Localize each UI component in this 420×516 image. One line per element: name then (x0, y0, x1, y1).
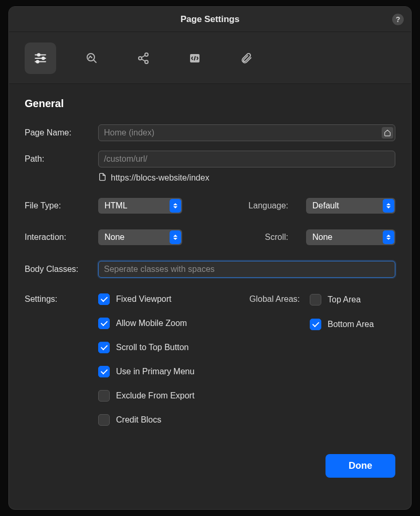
checkbox-fixed-viewport[interactable] (98, 293, 110, 305)
paperclip-icon (240, 52, 253, 65)
svg-line-11 (142, 56, 145, 58)
svg-point-3 (42, 57, 44, 59)
checkbox-credit-blocs[interactable] (98, 414, 110, 426)
label-settings: Settings: (25, 293, 98, 304)
label-top-area: Top Area (328, 295, 361, 304)
label-body-classes: Body Classes: (25, 265, 98, 274)
label-allow-mobile-zoom: Allow Mobile Zoom (116, 319, 187, 328)
checkbox-allow-mobile-zoom[interactable] (98, 318, 110, 329)
svg-point-1 (38, 54, 40, 56)
checkbox-bottom-area[interactable] (310, 319, 321, 330)
tab-social[interactable] (128, 43, 159, 74)
tab-attachments[interactable] (230, 43, 262, 74)
svg-line-7 (93, 60, 96, 62)
interaction-select[interactable]: None (98, 229, 182, 245)
help-button[interactable]: ? (392, 14, 404, 25)
chevron-updown-icon (383, 230, 394, 244)
label-interaction: Interaction: (25, 233, 98, 242)
file-icon (98, 173, 107, 183)
label-scroll-to-top: Scroll to Top Button (116, 343, 188, 352)
scroll-select[interactable]: None (306, 229, 395, 245)
content: General Page Name: Path: https://blocs-w… (9, 84, 411, 509)
label-exclude-from-export: Exclude From Export (116, 391, 194, 401)
done-button[interactable]: Done (326, 454, 395, 478)
dialog-title: Page Settings (181, 14, 239, 25)
search-analytics-icon (86, 52, 98, 65)
svg-point-9 (139, 57, 142, 60)
tab-general[interactable] (25, 43, 56, 74)
sliders-icon (34, 51, 47, 65)
checkbox-exclude-from-export[interactable] (98, 390, 110, 402)
page-settings-dialog: Page Settings ? (8, 6, 412, 510)
tab-code[interactable] (179, 43, 211, 74)
checkbox-top-area[interactable] (310, 294, 321, 306)
chevron-updown-icon (170, 230, 181, 244)
chevron-updown-icon (170, 199, 181, 213)
svg-point-8 (145, 53, 148, 56)
file-type-select[interactable]: HTML (98, 198, 182, 214)
page-name-input[interactable] (98, 124, 395, 141)
label-global-areas: Global Areas: (249, 293, 310, 305)
label-fixed-viewport: Fixed Viewport (116, 294, 172, 304)
label-file-type: File Type: (25, 201, 98, 210)
tab-seo[interactable] (76, 43, 108, 74)
section-title: General (25, 98, 395, 110)
label-language: Language: (248, 201, 288, 210)
checkbox-scroll-to-top[interactable] (98, 342, 110, 353)
path-input[interactable] (98, 151, 395, 167)
label-use-in-primary-menu: Use in Primary Menu (116, 367, 194, 376)
label-path: Path: (25, 154, 98, 164)
language-select[interactable]: Default (306, 198, 395, 214)
url-preview: https://blocs-website/index (111, 173, 209, 183)
tab-list (9, 32, 411, 84)
svg-line-12 (142, 59, 145, 61)
label-bottom-area: Bottom Area (328, 320, 374, 329)
label-page-name: Page Name: (25, 128, 98, 138)
svg-point-10 (145, 60, 148, 64)
titlebar: Page Settings ? (9, 7, 411, 32)
checkbox-use-in-primary-menu[interactable] (98, 366, 110, 377)
label-scroll: Scroll: (265, 233, 288, 242)
label-credit-blocs: Credit Blocs (116, 415, 161, 425)
home-icon[interactable] (382, 127, 393, 139)
code-icon (188, 52, 201, 65)
share-icon (137, 52, 150, 65)
svg-point-5 (36, 60, 38, 62)
chevron-updown-icon (383, 199, 394, 213)
body-classes-input[interactable] (98, 261, 395, 278)
